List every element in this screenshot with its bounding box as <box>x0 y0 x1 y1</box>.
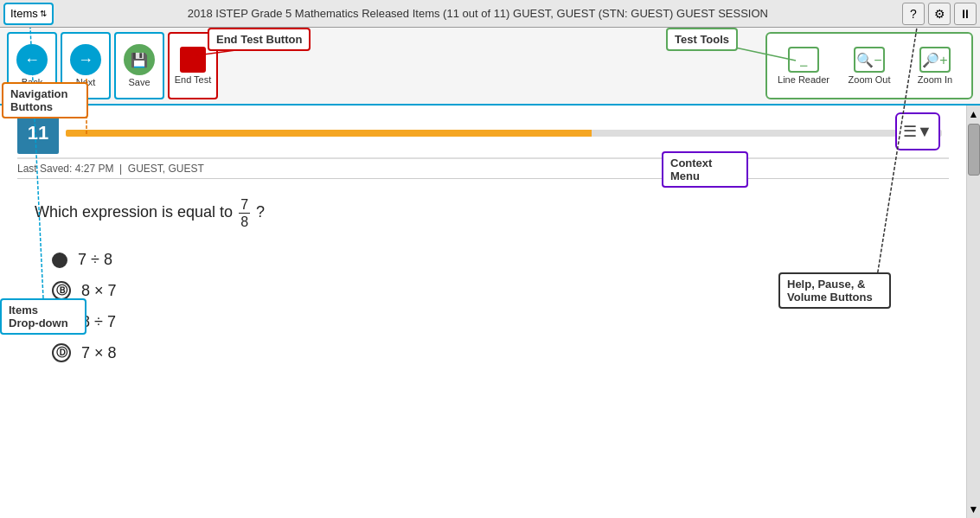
nav-bar: ← Back → Next 💾 Save End Test ⎯ Line Rea… <box>0 28 980 106</box>
top-bar-right-buttons: ? ⚙ ⏸ <box>902 3 977 25</box>
choice-C-text: 8 ÷ 7 <box>81 313 116 331</box>
content-area: 11 ☰▼ Last Saved: 4:27 PM | GUEST, GUEST… <box>0 106 980 518</box>
saved-user-text: GUEST, GUEST <box>128 163 204 175</box>
answer-choice-B[interactable]: Ⓑ 8 × 7 <box>52 281 949 300</box>
choice-B-text: 8 × 7 <box>81 282 117 300</box>
back-arrow-icon: ← <box>16 44 48 75</box>
line-reader-button[interactable]: ⎯ Line Reader <box>774 47 833 85</box>
zoom-out-button[interactable]: 🔍− Zoom Out <box>840 47 899 85</box>
end-test-icon <box>180 47 206 73</box>
scroll-thumb[interactable] <box>968 124 980 176</box>
fraction: 7 8 <box>239 196 250 230</box>
save-icon: 💾 <box>124 44 155 75</box>
next-arrow-icon: → <box>70 44 101 75</box>
scroll-up-button[interactable]: ▲ <box>967 106 980 123</box>
context-menu-icon: ☰▼ <box>903 122 932 141</box>
question-text-before: Which expression is equal to <box>35 203 237 221</box>
zoom-in-label: Zoom In <box>918 74 952 85</box>
items-dropdown[interactable]: Items ⇅ <box>3 3 54 25</box>
back-button[interactable]: ← Back <box>7 32 57 99</box>
back-label: Back <box>22 77 42 87</box>
test-tools-group: ⎯ Line Reader 🔍− Zoom Out 🔎+ Zoom In <box>765 32 973 99</box>
line-reader-icon: ⎯ <box>788 47 819 73</box>
items-label: Items <box>10 7 38 20</box>
end-test-label: End Test <box>175 74 212 85</box>
radio-B[interactable]: Ⓑ <box>52 281 71 300</box>
question-progress-bar <box>66 130 942 137</box>
question-text: Which expression is equal to 7 8 ? <box>35 196 949 230</box>
zoom-in-button[interactable]: 🔎+ Zoom In <box>906 47 964 85</box>
radio-A[interactable] <box>52 253 67 268</box>
end-test-button[interactable]: End Test <box>168 32 218 99</box>
zoom-in-icon: 🔎+ <box>919 47 951 73</box>
answer-choice-C[interactable]: Ⓒ 8 ÷ 7 <box>52 312 949 331</box>
saved-info: Last Saved: 4:27 PM | GUEST, GUEST <box>17 159 949 179</box>
items-arrow-icon: ⇅ <box>40 9 47 18</box>
question-number: 11 <box>17 112 59 154</box>
last-saved-text: Last Saved: 4:27 PM <box>17 163 113 175</box>
next-button[interactable]: → Next <box>61 32 111 99</box>
next-label: Next <box>76 77 96 87</box>
settings-button[interactable]: ⚙ <box>928 3 951 25</box>
line-reader-label: Line Reader <box>778 74 829 85</box>
top-bar-title: 2018 ISTEP Grade 5 Mathematics Released … <box>54 7 902 20</box>
top-bar: Items ⇅ 2018 ISTEP Grade 5 Mathematics R… <box>0 0 980 28</box>
question-header: 11 ☰▼ <box>17 112 949 159</box>
context-menu-button[interactable]: ☰▼ <box>895 112 940 150</box>
save-button[interactable]: 💾 Save <box>114 32 164 99</box>
choice-D-text: 7 × 8 <box>81 344 117 362</box>
main-content: 11 ☰▼ Last Saved: 4:27 PM | GUEST, GUEST… <box>0 106 966 518</box>
save-label: Save <box>128 77 150 87</box>
scroll-down-button[interactable]: ▼ <box>967 501 980 518</box>
zoom-out-label: Zoom Out <box>849 74 891 85</box>
scrollbar[interactable]: ▲ ▼ <box>966 106 980 518</box>
pause-button[interactable]: ⏸ <box>954 3 977 25</box>
fraction-denominator: 8 <box>239 214 250 230</box>
zoom-out-icon: 🔍− <box>854 47 885 73</box>
radio-C[interactable]: Ⓒ <box>52 312 71 331</box>
help-button[interactable]: ? <box>902 3 925 25</box>
fraction-numerator: 7 <box>239 196 250 214</box>
question-text-after: ? <box>256 203 265 221</box>
answer-choice-D[interactable]: Ⓓ 7 × 8 <box>52 343 949 362</box>
answer-choice-A[interactable]: 7 ÷ 8 <box>52 251 949 269</box>
choice-A-text: 7 ÷ 8 <box>78 251 112 269</box>
radio-D[interactable]: Ⓓ <box>52 343 71 362</box>
